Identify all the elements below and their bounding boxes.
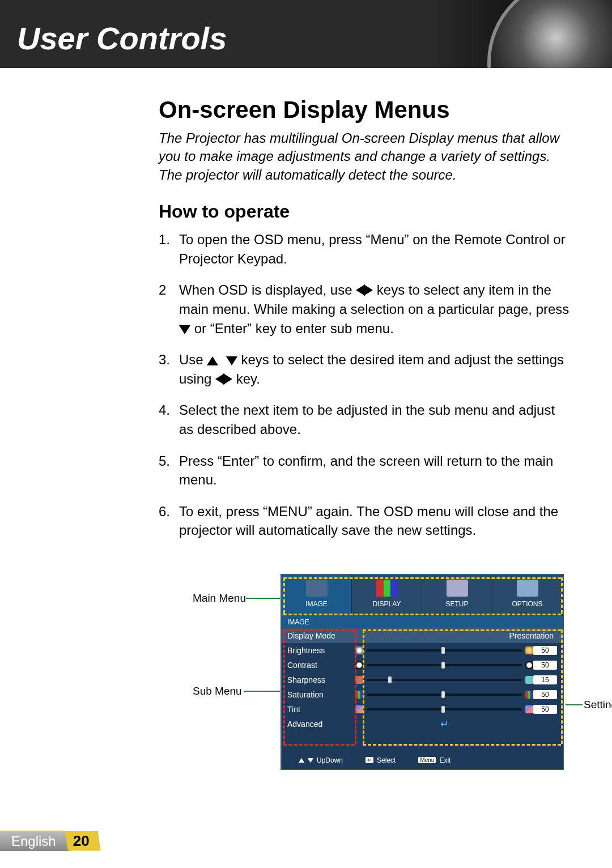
osd-tab-image[interactable]: IMAGE <box>282 575 352 616</box>
arrow-up-icon <box>207 356 218 365</box>
contrast-low-icon <box>355 661 363 669</box>
brightness-low-icon <box>355 646 363 654</box>
step-2: 2 When OSD is displayed, use keys to sel… <box>159 280 572 338</box>
step-number: 5. <box>159 452 170 471</box>
callout-settings-box <box>363 629 364 744</box>
how-to-operate-heading: How to operate <box>159 201 572 222</box>
footer-updown: UpDown <box>299 756 343 764</box>
callout-main-menu-box <box>561 577 563 614</box>
step-number: 2 <box>159 280 166 300</box>
footer-select: ↵ Select <box>366 756 396 764</box>
callout-main-menu-box <box>283 577 285 614</box>
lens-decoration <box>487 0 612 68</box>
row-value: 50 <box>533 690 557 699</box>
osd-row-contrast[interactable]: Contrast 50 <box>282 658 563 673</box>
step-number: 1. <box>159 230 170 249</box>
connector-line <box>244 691 280 692</box>
tab-label: SETUP <box>422 600 492 608</box>
callout-sub-menu-box <box>283 629 285 744</box>
callout-sub-menu-box <box>283 744 355 746</box>
osd-tab-setup[interactable]: SETUP <box>422 575 492 616</box>
row-label: Tint <box>287 705 355 714</box>
arrow-down-icon <box>226 356 237 365</box>
callout-sub-menu-box <box>355 629 356 744</box>
row-value: Presentation <box>509 631 554 640</box>
slider[interactable] <box>367 693 522 696</box>
osd-row-tint[interactable]: Tint 50 <box>282 702 563 717</box>
label-main-menu: Main Menu <box>193 592 246 605</box>
slider[interactable] <box>367 679 522 681</box>
osd-row-saturation[interactable]: Saturation 50 <box>282 687 563 702</box>
slider[interactable] <box>367 649 522 652</box>
osd-figure: Main Menu Sub Menu Settings IMAGE DISPLA… <box>193 574 612 789</box>
callout-settings-box <box>561 629 563 744</box>
page-footer: English 20 <box>0 831 101 851</box>
step-number: 3. <box>159 350 170 369</box>
row-label: Display Mode <box>287 631 355 640</box>
row-label: Saturation <box>287 690 355 699</box>
arrow-down-icon <box>308 758 313 763</box>
step-3: 3. Use keys to select the desired item a… <box>159 350 572 388</box>
arrow-right-icon <box>364 284 373 296</box>
footer-language: English <box>0 831 71 851</box>
image-tab-icon <box>306 580 328 597</box>
enter-icon: ↵ <box>440 718 449 730</box>
label-settings: Settings <box>584 699 612 711</box>
step-text: To open the OSD menu, press “Menu” on th… <box>179 232 566 266</box>
osd-section-label: IMAGE <box>282 616 563 628</box>
options-tab-icon <box>517 580 538 597</box>
row-label: Advanced <box>287 720 355 729</box>
osd-tab-display[interactable]: DISPLAY <box>352 575 422 616</box>
slider[interactable] <box>367 664 522 666</box>
callout-settings-box <box>363 744 561 746</box>
tab-label: OPTIONS <box>492 600 562 608</box>
callout-main-menu-box <box>283 577 561 579</box>
footer-label: Select <box>377 756 396 764</box>
sharpness-low-icon <box>355 676 363 684</box>
row-label: Brightness <box>287 646 355 655</box>
row-value: 50 <box>533 705 557 714</box>
row-value: 50 <box>533 646 557 655</box>
row-label: Sharpness <box>287 675 355 684</box>
page-header: User Controls <box>0 0 612 68</box>
osd-panel: IMAGE DISPLAY SETUP OPTIONS IM <box>280 574 564 770</box>
step-5: 5. Press “Enter” to confirm, and the scr… <box>159 452 572 490</box>
step-6: 6. To exit, press “MENU” again. The OSD … <box>159 502 572 540</box>
callout-settings-box <box>363 629 561 631</box>
section-title: On-screen Display Menus <box>159 96 572 124</box>
step-text: Press “Enter” to confirm, and the screen… <box>179 453 553 488</box>
tint-high-icon <box>525 705 533 713</box>
label-sub-menu: Sub Menu <box>193 685 242 697</box>
row-value: 15 <box>533 675 557 684</box>
saturation-low-icon <box>355 691 363 699</box>
step-number: 4. <box>159 401 170 420</box>
osd-tabs: IMAGE DISPLAY SETUP OPTIONS <box>282 575 563 616</box>
osd-row-brightness[interactable]: Brightness 50 <box>282 643 563 658</box>
tint-low-icon <box>355 705 363 713</box>
osd-row-sharpness[interactable]: Sharpness 15 <box>282 673 563 687</box>
arrow-up-icon <box>299 758 304 763</box>
footer-label: UpDown <box>317 756 343 764</box>
page-title: User Controls <box>17 20 227 57</box>
osd-footer: UpDown ↵ Select Menu Exit <box>282 752 563 769</box>
osd-row-advanced[interactable]: Advanced ↵ <box>282 717 563 731</box>
brightness-high-icon <box>525 646 533 654</box>
osd-tab-options[interactable]: OPTIONS <box>492 575 563 616</box>
step-text-a: Use <box>179 352 207 367</box>
step-text: Select the next item to be adjusted in t… <box>179 402 555 437</box>
enter-key-icon: ↵ <box>366 757 373 763</box>
tab-label: DISPLAY <box>352 600 422 608</box>
setup-tab-icon <box>447 580 468 597</box>
section-intro: The Projector has multilingual On-screen… <box>159 129 572 184</box>
connector-line <box>566 704 583 705</box>
step-4: 4. Select the next item to be adjusted i… <box>159 401 572 439</box>
callout-main-menu-box <box>283 614 561 615</box>
footer-page-number: 20 <box>65 831 101 851</box>
row-label: Contrast <box>287 661 355 670</box>
row-value: 50 <box>533 661 557 670</box>
slider[interactable] <box>367 708 522 710</box>
step-text-a: When OSD is displayed, use <box>179 282 356 297</box>
connector-line <box>246 598 280 599</box>
footer-label: Exit <box>439 756 450 764</box>
steps-list: 1. To open the OSD menu, press “Menu” on… <box>159 230 572 540</box>
